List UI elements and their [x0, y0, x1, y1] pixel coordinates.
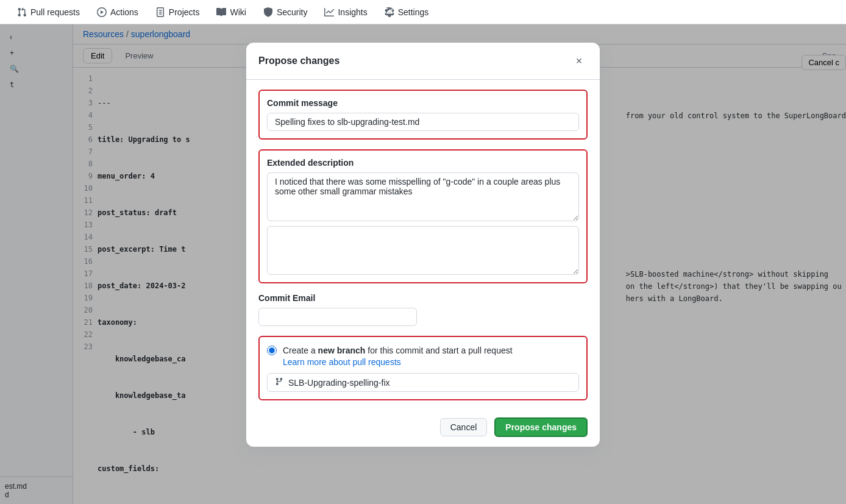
commit-email-label: Commit Email [258, 293, 588, 303]
propose-changes-button[interactable]: Propose changes [494, 417, 588, 437]
top-navigation: Pull requests Actions Projects Wiki [0, 0, 846, 24]
commit-email-section: Commit Email [258, 293, 588, 326]
nav-label-settings: Settings [398, 7, 429, 17]
modal-body: Commit message Extended description Comm… [246, 80, 600, 410]
nav-item-pull-requests[interactable]: Pull requests [10, 4, 87, 21]
branch-bold: new branch [318, 346, 366, 355]
nav-item-wiki[interactable]: Wiki [209, 4, 253, 21]
nav-item-settings[interactable]: Settings [377, 4, 436, 21]
gear-icon [385, 7, 394, 17]
play-icon [97, 7, 107, 17]
cancel-button[interactable]: Cancel [440, 418, 488, 436]
branch-option-text: Create a new branch for this commit and … [283, 344, 513, 367]
chart-icon [324, 7, 334, 17]
branch-name-input[interactable] [288, 378, 571, 388]
nav-item-insights[interactable]: Insights [317, 4, 374, 21]
nav-label-insights: Insights [338, 7, 367, 17]
main-area: ‹ + 🔍 t est.md d Resources / superlongbo… [0, 24, 846, 504]
modal-overlay: Propose changes × Commit message Extende… [0, 24, 846, 504]
commit-message-label: Commit message [267, 98, 579, 108]
nav-item-security[interactable]: Security [256, 4, 315, 21]
commit-email-input[interactable] [258, 308, 417, 326]
nav-label-projects: Projects [169, 7, 200, 17]
extended-description-textarea[interactable] [267, 172, 579, 221]
grid-icon [155, 7, 165, 17]
nav-label-security: Security [277, 7, 308, 17]
modal-close-button[interactable]: × [571, 52, 588, 69]
modal-header: Propose changes × [246, 43, 600, 80]
extended-description-extra-textarea[interactable] [267, 226, 579, 275]
branch-icon [275, 377, 283, 388]
propose-changes-modal: Propose changes × Commit message Extende… [246, 43, 600, 447]
modal-footer: Cancel Propose changes [246, 410, 600, 447]
branch-name-wrapper [267, 373, 579, 392]
nav-item-projects[interactable]: Projects [148, 4, 207, 21]
extended-description-section: Extended description [258, 149, 588, 283]
learn-more-link[interactable]: Learn more about pull requests [283, 357, 401, 367]
branch-option: Create a new branch for this commit and … [267, 344, 579, 367]
nav-item-actions[interactable]: Actions [90, 4, 146, 21]
extended-description-label: Extended description [267, 158, 579, 168]
nav-label-actions: Actions [110, 7, 138, 17]
branch-suffix: for this commit and start a pull request [365, 346, 512, 355]
new-branch-radio[interactable] [267, 346, 277, 355]
branch-prefix: Create a [283, 346, 318, 355]
nav-label-wiki: Wiki [230, 7, 246, 17]
nav-label-pull-requests: Pull requests [30, 7, 80, 17]
commit-message-input[interactable] [267, 113, 579, 131]
commit-message-section: Commit message [258, 90, 588, 140]
book-icon [216, 7, 226, 17]
branch-section: Create a new branch for this commit and … [258, 336, 588, 400]
pr-icon [17, 7, 27, 17]
modal-title: Propose changes [258, 55, 339, 66]
shield-icon [263, 7, 273, 17]
